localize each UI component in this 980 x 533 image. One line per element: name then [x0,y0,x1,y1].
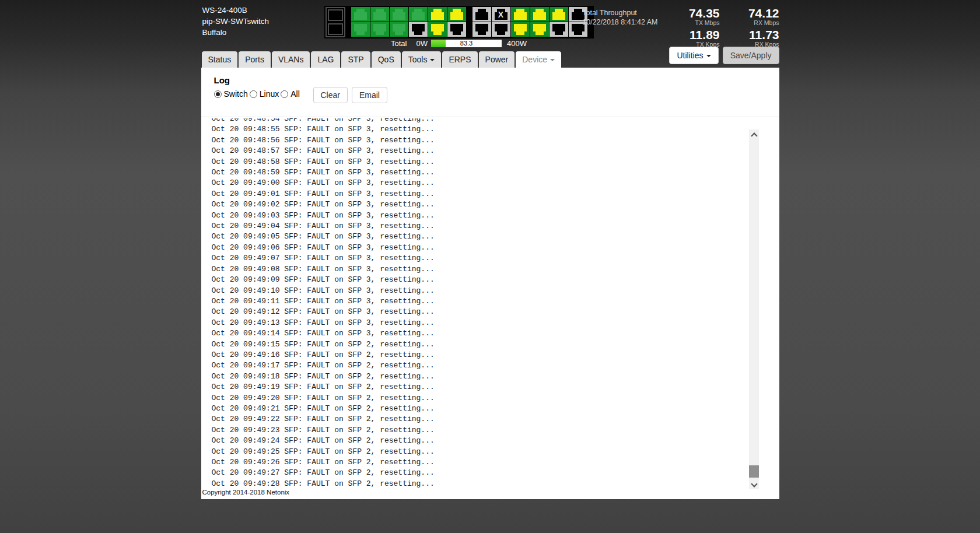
port-5[interactable] [390,7,408,22]
port-22[interactable] [550,22,568,37]
page-title: Log [214,75,230,85]
port-25-sfp[interactable] [328,9,343,21]
tx-mbps-label: TX Mbps [676,20,720,26]
tx-kpps-value: 11.89 [676,29,720,41]
rj45-jack-icon [511,7,530,22]
log-action-buttons: Clear Email [313,87,387,103]
rj45-jack-icon [370,7,389,22]
port-4[interactable] [370,22,389,37]
log-viewer[interactable]: Oct 20 09:48:54 SFP: FAULT on SFP 3, res… [201,118,759,489]
rj45-jack-icon [370,22,389,37]
power-min-value: 0W [416,39,428,48]
port-11[interactable] [447,7,466,22]
tab-device[interactable]: Device [516,51,561,68]
tab-label: Tools [408,55,428,64]
port-12[interactable] [447,22,466,37]
port-17[interactable] [511,7,530,22]
port-column [447,7,466,37]
port-10[interactable] [428,22,447,37]
rx-kpps-value: 11.73 [735,29,779,41]
port-13[interactable] [473,7,491,22]
rj45-jack-icon [447,7,466,22]
scrollbar-thumb[interactable] [749,465,759,478]
nav-tabs: StatusPortsVLANsLAGSTPQoSToolsERPSPowerD… [202,51,562,68]
tab-erps[interactable]: ERPS [442,51,477,68]
tab-label: Ports [245,55,264,64]
email-button[interactable]: Email [352,87,387,103]
tab-lag[interactable]: LAG [311,51,340,68]
port-26-sfp[interactable] [328,23,343,35]
rx-mbps-value: 74.12 [735,7,779,20]
port-column: X [492,7,510,37]
power-usage-row: Total 0W 83.3 400W [324,39,594,48]
chevron-down-icon [706,55,711,57]
port-21[interactable] [550,7,568,22]
tab-qos[interactable]: QoS [372,51,401,68]
power-total-label: Total [391,39,407,48]
port-16[interactable] [492,22,510,37]
power-max-value: 400W [507,39,527,48]
divider [201,117,779,117]
rj45-jack-icon [409,22,428,37]
device-location: Buffalo [202,27,270,38]
scroll-down-button[interactable] [749,479,759,489]
port-9[interactable] [428,7,447,22]
throughput-rx-column: 74.12 RX Mbps 11.73 RX Kpps [735,7,779,50]
port-1[interactable] [351,7,370,22]
port-20[interactable] [530,22,549,37]
radio-label-linux[interactable]: Linux [260,89,279,99]
log-output: Oct 20 09:48:54 SFP: FAULT on SFP 3, res… [212,118,759,489]
scroll-up-button[interactable] [749,129,759,139]
port-2[interactable] [351,22,370,37]
tab-power[interactable]: Power [479,51,515,68]
port-7[interactable] [409,7,428,22]
utilities-button[interactable]: Utilities [669,47,718,64]
throughput-title: Total Throughput [582,8,657,17]
device-model: WS-24-400B [202,5,270,16]
radio-label-all[interactable]: All [290,89,300,99]
tab-label: LAG [317,55,334,64]
rj45-jack-icon [511,22,530,37]
tab-ports[interactable]: Ports [239,51,271,68]
rj45-jack-icon [428,22,447,37]
rj45-jack-icon [550,22,568,37]
port-status-panel: X [324,6,594,38]
radio-linux[interactable] [250,90,257,98]
port-groups: X [345,7,588,37]
port-column [530,7,549,37]
port-column [390,7,408,37]
utilities-button-label: Utilities [677,51,703,60]
tab-status[interactable]: Status [202,51,238,68]
port-6[interactable] [390,22,408,37]
rj45-jack-icon [351,7,370,22]
tab-vlans[interactable]: VLANs [272,51,310,68]
throughput-timestamp: 10/22/2018 8:41:42 AM [582,17,657,27]
rj45-jack-icon [550,7,568,22]
rj45-jack-icon [351,22,370,37]
log-scrollbar[interactable] [749,129,759,489]
port-15[interactable]: X [492,7,510,22]
radio-all[interactable] [281,90,288,98]
clear-button[interactable]: Clear [313,87,348,103]
tab-stp[interactable]: STP [341,51,370,68]
rj45-jack-icon [428,7,447,22]
radio-label-switch[interactable]: Switch [224,89,248,99]
save-apply-button-label: Save/Apply [730,51,772,60]
port-14[interactable] [473,22,491,37]
port-19[interactable] [530,7,549,22]
radio-switch[interactable] [214,90,222,98]
rj45-jack-icon [530,7,549,22]
tab-tools[interactable]: Tools [402,51,442,68]
tx-mbps-value: 74.35 [676,7,720,20]
port-18[interactable] [511,22,530,37]
chevron-down-icon [550,59,555,61]
port-column [370,7,389,37]
port-8[interactable] [409,22,428,37]
port-column [473,7,491,37]
save-apply-button[interactable]: Save/Apply [723,47,779,64]
power-usage-bar: 83.3 [431,40,502,47]
tab-label: VLANs [278,55,304,64]
rx-mbps-label: RX Mbps [735,20,779,26]
port-3[interactable] [370,7,389,22]
tab-label: QoS [378,55,394,64]
